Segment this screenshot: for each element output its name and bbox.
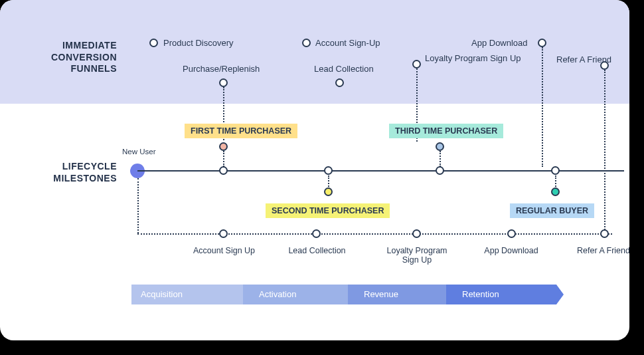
timeline-node bbox=[219, 166, 228, 175]
circle-icon bbox=[412, 60, 421, 68]
milestone-dot-second bbox=[324, 187, 333, 196]
timeline-node bbox=[551, 166, 560, 175]
circle-icon bbox=[219, 78, 228, 87]
new-user-label: New User bbox=[122, 148, 155, 156]
bottom-dotted-track bbox=[137, 233, 612, 235]
dotted-connector bbox=[223, 151, 224, 167]
bottom-node bbox=[219, 229, 228, 238]
funnel-loyalty-program: Loyalty Program Sign Up bbox=[425, 53, 491, 63]
stage-activation: Activation bbox=[243, 285, 348, 304]
bottom-label-refer-friend: Refer A Friend bbox=[567, 246, 629, 255]
tag-second-time-purchaser: SECOND TIME PURCHASER bbox=[266, 203, 390, 218]
dotted-connector bbox=[328, 176, 329, 189]
bottom-node bbox=[412, 229, 421, 238]
dotted-connector bbox=[440, 151, 441, 167]
timeline-node bbox=[436, 166, 444, 175]
milestone-dot-first bbox=[219, 142, 228, 151]
dotted-connector bbox=[542, 47, 543, 167]
stage-bar: Acquisition Activation Revenue Retention bbox=[131, 285, 556, 304]
funnel-purchase-replenish: Purchase/Replenish bbox=[183, 64, 260, 74]
bottom-label-loyalty-program: Loyalty Program Sign Up bbox=[380, 246, 453, 265]
dotted-connector bbox=[604, 70, 605, 233]
bottom-node bbox=[507, 229, 516, 238]
tag-regular-buyer: REGULAR BUYER bbox=[510, 203, 594, 218]
milestone-dot-regular bbox=[551, 187, 560, 196]
dotted-connector bbox=[555, 176, 556, 189]
milestone-dot-third bbox=[436, 142, 444, 151]
tag-third-time-purchaser: THIRD TIME PURCHASER bbox=[389, 124, 503, 138]
timeline-node bbox=[324, 166, 333, 175]
bottom-label-app-download: App Download bbox=[478, 246, 544, 255]
tag-first-time-purchaser: FIRST TIME PURCHASER bbox=[185, 124, 297, 138]
bottom-node bbox=[600, 229, 609, 238]
bottom-label-lead-collection: Lead Collection bbox=[282, 246, 352, 255]
stage-revenue: Revenue bbox=[348, 285, 446, 304]
funnel-account-signup: Account Sign-Up bbox=[315, 38, 380, 48]
dotted-connector bbox=[137, 178, 139, 233]
funnel-refer-friend: Refer A Friend bbox=[556, 55, 595, 64]
section-title-milestones: LIFECYCLE MILESTONES bbox=[37, 161, 117, 184]
circle-icon bbox=[302, 39, 311, 47]
circle-icon bbox=[149, 39, 158, 47]
bottom-label-account-signup: Account Sign Up bbox=[189, 246, 259, 255]
section-title-funnels: IMMEDIATE CONVERSION FUNNELS bbox=[37, 40, 117, 75]
funnel-product-discovery: Product Discovery bbox=[163, 38, 233, 48]
circle-icon bbox=[600, 61, 609, 70]
funnel-app-download: App Download bbox=[471, 38, 528, 48]
circle-icon bbox=[538, 39, 546, 47]
stage-retention: Retention bbox=[446, 285, 556, 304]
bottom-node bbox=[312, 229, 321, 238]
circle-icon bbox=[335, 78, 344, 87]
funnel-lead-collection: Lead Collection bbox=[314, 64, 374, 74]
diagram-card: IMMEDIATE CONVERSION FUNNELS LIFECYCLE M… bbox=[0, 0, 629, 340]
stage-acquisition: Acquisition bbox=[131, 285, 243, 304]
